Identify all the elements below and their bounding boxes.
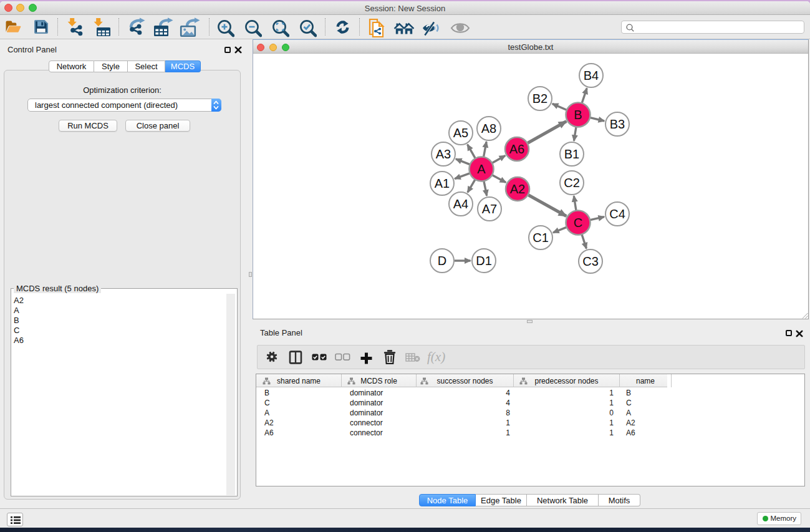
svg-text:C1: C1: [533, 231, 549, 244]
svg-text:C4: C4: [609, 207, 625, 221]
svg-text:A8: A8: [481, 122, 496, 135]
svg-text:A4: A4: [453, 197, 468, 211]
svg-text:A1: A1: [435, 177, 450, 190]
svg-text:B4: B4: [584, 69, 599, 82]
svg-text:A5: A5: [453, 126, 468, 140]
svg-text:A7: A7: [482, 202, 497, 216]
svg-text:C2: C2: [564, 176, 580, 190]
svg-text:B1: B1: [564, 147, 579, 161]
svg-text:A6: A6: [509, 142, 524, 156]
svg-text:D: D: [438, 254, 446, 268]
svg-text:B2: B2: [533, 92, 547, 105]
svg-text:B: B: [574, 108, 582, 122]
svg-text:C: C: [574, 216, 582, 230]
svg-text:C3: C3: [582, 254, 599, 268]
svg-text:A2: A2: [510, 182, 525, 196]
svg-text:A3: A3: [436, 147, 451, 161]
svg-text:D1: D1: [476, 254, 492, 268]
svg-text:B3: B3: [610, 117, 625, 131]
svg-text:A: A: [477, 162, 486, 176]
